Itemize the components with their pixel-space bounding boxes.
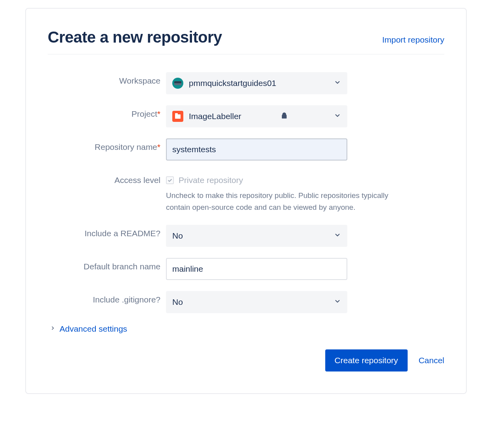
create-repository-button[interactable]: Create repository <box>325 349 408 371</box>
form-footer: Create repository Cancel <box>48 349 444 371</box>
folder-icon <box>175 114 181 119</box>
label-gitignore: Include .gitignore? <box>48 291 166 304</box>
advanced-settings-toggle[interactable]: Advanced settings <box>50 324 444 334</box>
project-select[interactable]: ImageLabeller <box>166 105 347 127</box>
cancel-link[interactable]: Cancel <box>419 356 444 365</box>
row-workspace: Workspace pmmquickstartguides01 <box>48 72 444 94</box>
label-default-branch: Default branch name <box>48 258 166 271</box>
readme-select[interactable]: No <box>166 225 347 247</box>
access-help-text: Uncheck to make this repository public. … <box>166 190 410 214</box>
page-title: Create a new repository <box>48 28 222 46</box>
row-readme: Include a README? No <box>48 225 444 247</box>
form-header: Create a new repository Import repositor… <box>48 28 444 54</box>
create-repo-form: Create a new repository Import repositor… <box>25 8 467 394</box>
label-access-level: Access level <box>48 172 166 185</box>
readme-value: No <box>172 231 183 241</box>
workspace-avatar-icon <box>172 78 183 89</box>
workspace-select[interactable]: pmmquickstartguides01 <box>166 72 347 94</box>
row-project: Project* ImageLabeller <box>48 105 444 127</box>
label-repo-name: Repository name* <box>48 138 166 152</box>
gitignore-select[interactable]: No <box>166 291 347 313</box>
workspace-value: pmmquickstartguides01 <box>189 78 276 88</box>
private-checkbox-label: Private repository <box>179 175 243 185</box>
row-access-level: Access level Private repository Uncheck … <box>48 172 444 214</box>
private-checkbox[interactable] <box>166 176 174 184</box>
project-value: ImageLabeller <box>189 112 241 121</box>
lock-icon <box>281 112 288 121</box>
advanced-settings-label: Advanced settings <box>60 324 127 334</box>
gitignore-value: No <box>172 297 183 307</box>
chevron-down-icon <box>334 78 341 88</box>
chevron-down-icon <box>334 231 341 241</box>
row-default-branch: Default branch name <box>48 258 444 280</box>
chevron-down-icon <box>334 297 341 307</box>
chevron-right-icon <box>50 325 56 332</box>
row-repo-name: Repository name* <box>48 138 444 161</box>
label-workspace: Workspace <box>48 72 166 86</box>
repo-name-input[interactable] <box>166 138 347 161</box>
row-gitignore: Include .gitignore? No <box>48 291 444 313</box>
label-readme: Include a README? <box>48 225 166 238</box>
default-branch-input[interactable] <box>166 258 347 280</box>
label-project: Project* <box>48 105 166 119</box>
checkmark-icon <box>167 177 173 183</box>
import-repository-link[interactable]: Import repository <box>382 35 444 45</box>
project-avatar-icon <box>172 111 183 122</box>
chevron-down-icon <box>334 112 341 121</box>
